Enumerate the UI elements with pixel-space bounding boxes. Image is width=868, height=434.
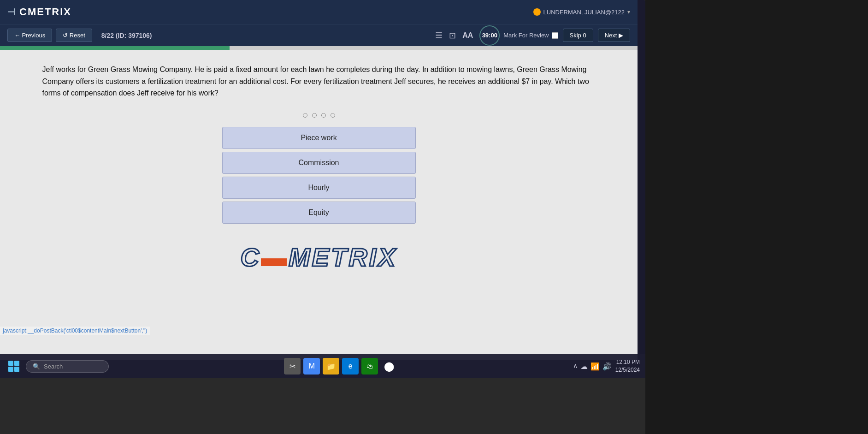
dots-indicator xyxy=(303,113,335,118)
answer-choices: Piece work Commission Hourly Equity xyxy=(222,127,416,224)
taskbar-app-meet[interactable]: M xyxy=(303,358,320,375)
skip-button[interactable]: Skip 0 xyxy=(563,29,593,42)
mark-review-checkbox[interactable] xyxy=(552,32,558,39)
progress-bar-fill xyxy=(0,46,230,50)
logo-bracket: ⊣ xyxy=(7,6,16,18)
toolbar: ← Previous ↺ Reset 8/22 (ID: 397106) ☰ ⊡… xyxy=(0,24,638,46)
volume-icon: 🔊 xyxy=(602,362,612,371)
dot-2 xyxy=(312,113,317,118)
chevron-up-icon[interactable]: ∧ xyxy=(573,362,578,371)
user-avatar-icon xyxy=(533,8,541,16)
toolbar-controls: ☰ ⊡ AA 39:00 xyxy=(435,25,500,46)
answer-choice-a[interactable]: Piece work xyxy=(222,127,416,149)
reset-button[interactable]: ↺ Reset xyxy=(56,29,92,42)
app-logo: ⊣ CMETRIX xyxy=(7,6,71,18)
right-background xyxy=(645,0,868,434)
footer-logo-accent: ▬ xyxy=(261,243,289,272)
next-button[interactable]: Next ▶ xyxy=(598,29,630,42)
app-window: ⊣ CMETRIX LUNDERMAN, JULIAN@2122 ▾ ← Pre… xyxy=(0,0,638,360)
question-text: Jeff works for Green Grass Mowing Compan… xyxy=(42,64,596,99)
taskbar-app-chrome[interactable]: ⬤ xyxy=(381,358,397,375)
user-menu-chevron-icon: ▾ xyxy=(627,9,630,15)
start-button[interactable] xyxy=(6,358,22,375)
screen-container: ⊣ CMETRIX LUNDERMAN, JULIAN@2122 ▾ ← Pre… xyxy=(0,0,645,378)
taskbar-app-store[interactable]: 🛍 xyxy=(361,358,378,375)
taskbar-apps: ✂ M 📁 e 🛍 ⬤ xyxy=(284,358,397,375)
footer-logo-c: C xyxy=(240,243,260,272)
main-content: Jeff works for Green Grass Mowing Compan… xyxy=(0,50,638,360)
answer-choice-c[interactable]: Hourly xyxy=(222,177,416,199)
bookmark-icon[interactable]: ⊡ xyxy=(449,30,456,41)
dot-3 xyxy=(321,113,326,118)
taskbar-search[interactable]: 🔍 Search xyxy=(26,360,109,373)
systray-icons: ∧ ☁ 📶 🔊 xyxy=(573,362,612,371)
wifi-icon: 📶 xyxy=(590,362,600,371)
toolbar-right: Mark For Review Skip 0 Next ▶ xyxy=(503,29,630,42)
taskbar-app-snip[interactable]: ✂ xyxy=(284,358,301,375)
username-label: LUNDERMAN, JULIAN@2122 xyxy=(543,9,625,16)
footer-logo-rest: METRIX xyxy=(289,243,397,272)
search-icon: 🔍 xyxy=(33,363,40,370)
answer-choice-b[interactable]: Commission xyxy=(222,152,416,174)
taskbar-app-folder[interactable]: 📁 xyxy=(323,358,339,375)
taskbar: 🔍 Search ✂ M 📁 e 🛍 ⬤ ∧ ☁ 📶 🔊 12:10 PM 12… xyxy=(0,354,645,378)
dot-1 xyxy=(303,113,307,118)
question-id-label: 8/22 (ID: 397106) xyxy=(101,32,152,39)
cloud-icon: ☁ xyxy=(580,362,588,371)
logo-text: CMETRIX xyxy=(19,6,71,18)
taskbar-date-display: 12/5/2024 xyxy=(615,366,640,374)
windows-logo-icon xyxy=(8,361,19,372)
footer-logo: C▬METRIX xyxy=(240,242,397,272)
mark-review-label: Mark For Review xyxy=(503,32,549,39)
timer-display: 39:00 xyxy=(479,25,500,46)
prev-button[interactable]: ← Previous xyxy=(7,29,52,42)
taskbar-app-edge[interactable]: e xyxy=(342,358,359,375)
user-info[interactable]: LUNDERMAN, JULIAN@2122 ▾ xyxy=(533,8,630,16)
answer-choice-d[interactable]: Equity xyxy=(222,202,416,224)
font-size-icon[interactable]: AA xyxy=(462,31,473,40)
mark-for-review[interactable]: Mark For Review xyxy=(503,32,558,39)
taskbar-time-display: 12:10 PM xyxy=(615,358,640,366)
search-label: Search xyxy=(44,363,63,370)
dot-4 xyxy=(331,113,335,118)
list-icon[interactable]: ☰ xyxy=(435,30,443,41)
progress-bar-container xyxy=(0,46,638,50)
top-nav: ⊣ CMETRIX LUNDERMAN, JULIAN@2122 ▾ xyxy=(0,0,638,24)
taskbar-clock: 12:10 PM 12/5/2024 xyxy=(615,358,640,374)
status-bar-link: javascript:__doPostBack('ctl00$contentMa… xyxy=(0,327,150,335)
